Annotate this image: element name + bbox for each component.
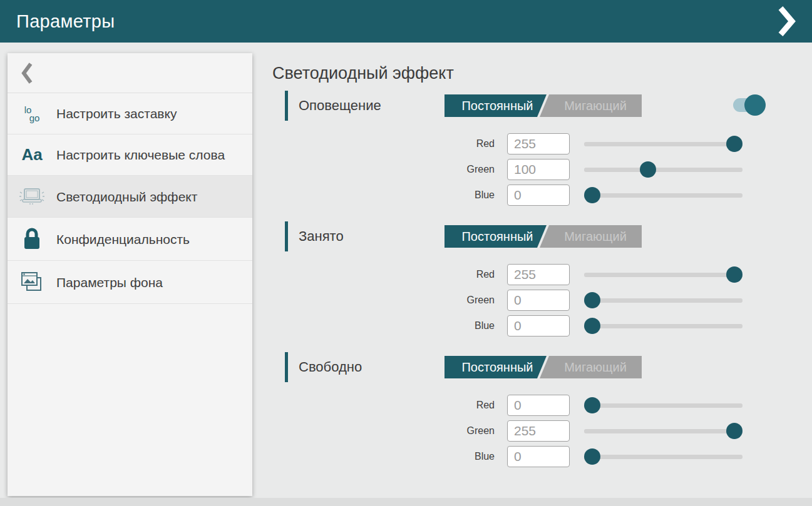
section-notification: Оповещение Мигающий Постоянный Red: [272, 89, 768, 208]
slider-thumb[interactable]: [726, 423, 743, 439]
blue-row: Blue: [441, 182, 768, 208]
slider-track: [584, 403, 743, 408]
section-busy: Занято Мигающий Постоянный Red Green: [272, 220, 768, 338]
slider-thumb[interactable]: [726, 266, 743, 283]
led-screen-icon: [8, 185, 56, 208]
slider-track: [584, 168, 743, 172]
red-slider[interactable]: [584, 266, 743, 283]
main-content: Светодиодный эффект Оповещение Мигающий …: [272, 43, 768, 469]
slider-track: [584, 298, 743, 303]
blinking-label: Мигающий: [549, 230, 642, 244]
slider-track: [584, 273, 743, 277]
green-value-input[interactable]: [507, 420, 570, 442]
red-value-input[interactable]: [507, 133, 570, 154]
notification-toggle[interactable]: [733, 94, 766, 116]
logo-icon: lo go: [8, 106, 56, 122]
mode-segmented-control: Мигающий Постоянный: [445, 94, 642, 117]
lock-icon: [8, 226, 56, 251]
sidebar-item-privacy[interactable]: Конфиденциальность: [8, 218, 252, 261]
red-row: Red: [441, 261, 768, 287]
red-value-input[interactable]: [507, 395, 570, 416]
section-label: Свободно: [299, 359, 362, 375]
slider-thumb[interactable]: [584, 397, 600, 413]
keywords-icon: Aa: [8, 145, 56, 164]
bottom-strip: [0, 498, 812, 506]
chevron-left-icon: [21, 63, 33, 84]
red-slider[interactable]: [584, 397, 743, 413]
blue-value-input[interactable]: [507, 315, 570, 336]
blue-label: Blue: [441, 451, 495, 462]
green-row: Green: [441, 156, 768, 182]
accent-bar: [285, 91, 288, 121]
sidebar-item-label: Конфиденциальность: [56, 231, 190, 248]
rgb-rows: Red Green Blue: [272, 131, 768, 208]
blue-slider[interactable]: [584, 318, 743, 334]
section-label: Оповещение: [299, 98, 381, 114]
slider-thumb[interactable]: [584, 448, 600, 465]
slider-thumb[interactable]: [640, 161, 656, 178]
red-row: Red: [441, 392, 768, 418]
slider-thumb[interactable]: [726, 136, 743, 152]
sidebar-item-led-effect[interactable]: Светодиодный эффект: [8, 176, 252, 218]
blue-row: Blue: [441, 443, 768, 469]
section-header: Занято Мигающий Постоянный: [272, 220, 768, 253]
section-header: Свободно Мигающий Постоянный: [272, 351, 768, 383]
steady-label: Постоянный: [452, 360, 543, 375]
steady-label: Постоянный: [452, 230, 543, 244]
blue-value-input[interactable]: [507, 446, 570, 467]
content-title: Светодиодный эффект: [272, 64, 768, 83]
mode-segmented-control: Мигающий Постоянный: [445, 225, 642, 248]
sidebar: lo go Настроить заставку Aa Настроить кл…: [8, 53, 252, 496]
green-label: Green: [441, 295, 495, 306]
accent-bar: [285, 352, 288, 382]
blinking-label: Мигающий: [549, 99, 642, 113]
slider-track: [584, 193, 743, 198]
green-slider[interactable]: [584, 292, 743, 308]
sidebar-item-label: Светодиодный эффект: [56, 188, 197, 205]
red-label: Red: [441, 400, 495, 411]
green-value-input[interactable]: [507, 159, 570, 180]
slider-thumb[interactable]: [584, 292, 600, 308]
mode-segmented-control: Мигающий Постоянный: [445, 356, 642, 378]
accent-bar: [285, 221, 288, 251]
toggle-thumb: [744, 94, 766, 116]
steady-label: Постоянный: [452, 99, 543, 113]
sidebar-item-background[interactable]: Параметры фона: [8, 261, 252, 304]
slider-track: [584, 324, 743, 328]
slider-thumb[interactable]: [584, 318, 600, 334]
green-row: Green: [441, 287, 768, 313]
page-title: Параметры: [16, 11, 115, 32]
rgb-rows: Red Green Blue: [272, 392, 768, 469]
section-header: Оповещение Мигающий Постоянный: [272, 89, 768, 122]
sidebar-collapse-button[interactable]: [8, 53, 252, 93]
green-label: Green: [441, 425, 495, 437]
sidebar-item-label: Настроить ключевые слова: [56, 146, 225, 163]
green-value-input[interactable]: [507, 290, 570, 311]
red-label: Red: [441, 269, 495, 280]
green-label: Green: [441, 164, 495, 175]
blue-value-input[interactable]: [507, 185, 570, 206]
rgb-rows: Red Green Blue: [272, 261, 768, 338]
slider-track: [584, 455, 743, 459]
blue-row: Blue: [441, 313, 768, 338]
chevron-right-icon[interactable]: [777, 6, 796, 36]
blue-label: Blue: [441, 320, 495, 331]
section-label: Занято: [299, 228, 344, 245]
slider-thumb[interactable]: [584, 187, 600, 203]
sidebar-item-screensaver[interactable]: lo go Настроить заставку: [8, 93, 252, 134]
blue-slider[interactable]: [584, 448, 743, 465]
slider-track: [584, 142, 743, 146]
page-body: lo go Настроить заставку Aa Настроить кл…: [0, 43, 812, 506]
sidebar-item-label: Параметры фона: [56, 274, 163, 291]
blinking-label: Мигающий: [549, 360, 642, 375]
blue-slider[interactable]: [584, 187, 743, 203]
red-slider[interactable]: [584, 136, 743, 152]
green-slider[interactable]: [584, 161, 743, 178]
logo-icon-bottom: go: [29, 114, 40, 122]
green-slider[interactable]: [584, 423, 743, 439]
red-value-input[interactable]: [507, 264, 570, 285]
red-row: Red: [441, 131, 768, 156]
sidebar-item-keywords[interactable]: Aa Настроить ключевые слова: [8, 134, 252, 176]
slider-track: [584, 429, 743, 433]
blue-label: Blue: [441, 190, 495, 201]
